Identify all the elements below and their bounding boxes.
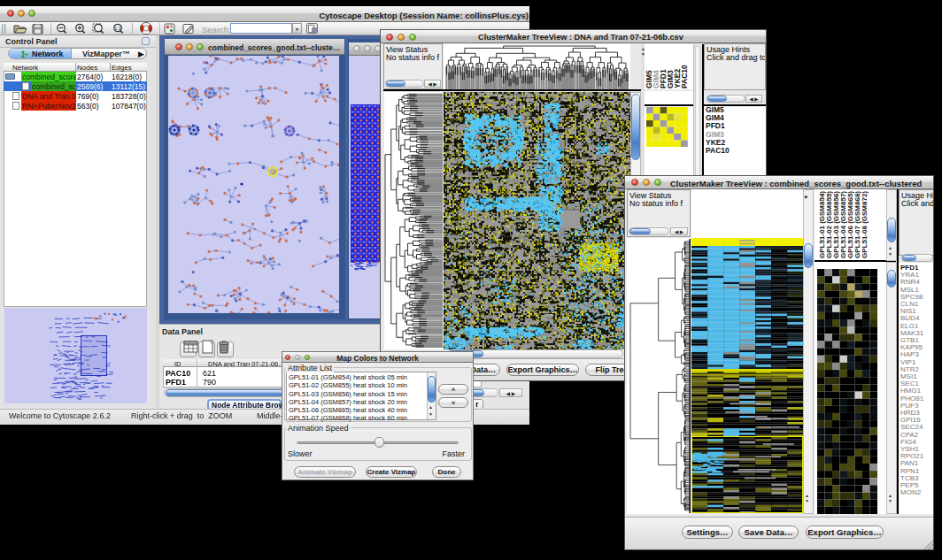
svg-text:1:1: 1:1 [115,26,121,31]
